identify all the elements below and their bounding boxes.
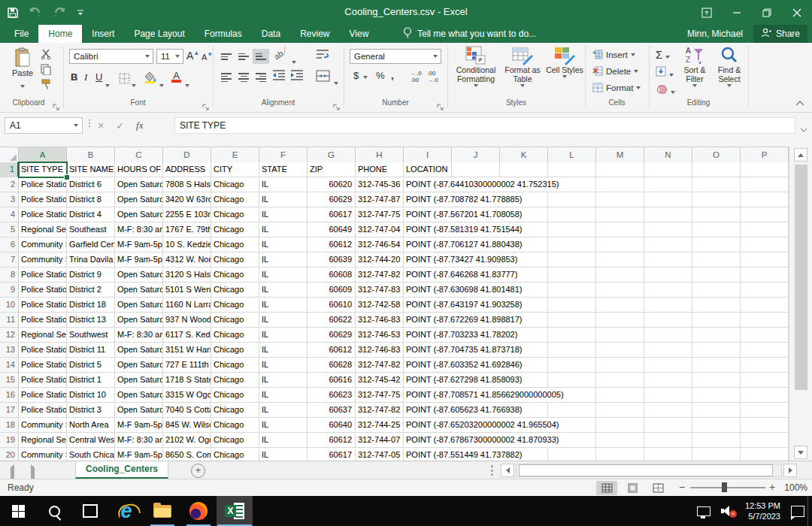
page-layout-view-button[interactable] [622, 481, 643, 495]
cell-H17[interactable]: 312-747-82 [356, 403, 404, 417]
cell-G16[interactable]: 60623 [308, 388, 356, 402]
new-sheet-button[interactable]: + [191, 464, 205, 478]
cell-G1[interactable]: ZIP [308, 162, 356, 177]
cell-F6[interactable]: IL [259, 237, 308, 252]
cell-L20[interactable] [548, 448, 596, 461]
cell-I17[interactable]: POINT (-87.605623 41.766938) [404, 403, 452, 417]
cell-G17[interactable]: 60637 [308, 403, 356, 417]
cell-C4[interactable]: Open Saturday and Sunday [115, 207, 163, 222]
cell-E10[interactable]: Chicago [211, 298, 259, 312]
cell-F12[interactable]: IL [259, 328, 308, 342]
start-button[interactable] [0, 496, 36, 526]
column-header-I[interactable]: I [404, 147, 452, 163]
grow-font-button[interactable]: A▲ [186, 50, 199, 62]
task-view-button[interactable] [72, 496, 108, 526]
cell-N15[interactable] [644, 373, 692, 387]
show-desktop-button[interactable] [807, 496, 812, 526]
cell-C20[interactable]: M-F 9am-5pm [115, 448, 163, 461]
autosum-button[interactable]: Σ [656, 48, 670, 61]
row-header-9[interactable]: 9 [0, 283, 19, 297]
cell-G9[interactable]: 60609 [308, 283, 356, 297]
cell-O16[interactable] [692, 388, 741, 402]
tab-page-layout[interactable]: Page Layout [124, 25, 194, 43]
vertical-scrollbar[interactable] [789, 147, 812, 461]
cell-M6[interactable] [596, 237, 644, 252]
cell-C12[interactable]: M-F: 8:30 am-4:30 pm [115, 328, 163, 342]
cell-O20[interactable] [692, 448, 741, 461]
tab-file[interactable]: File [5, 25, 38, 43]
cell-P2[interactable] [741, 177, 789, 192]
cell-P17[interactable] [741, 403, 789, 417]
row-header-11[interactable]: 11 [0, 313, 19, 327]
cell-P1[interactable] [741, 162, 789, 177]
cell-H3[interactable]: 312-747-87 [356, 192, 404, 207]
cell-H12[interactable]: 312-746-53 [356, 328, 404, 342]
cell-M12[interactable] [596, 328, 644, 342]
cell-F17[interactable]: IL [259, 403, 308, 417]
cell-A17[interactable]: Police Station [19, 403, 67, 417]
cell-I20[interactable]: POINT (-87.551449 41.737882) [404, 448, 452, 461]
cell-A20[interactable]: Community Service Center [19, 448, 67, 461]
cell-O11[interactable] [692, 313, 741, 327]
column-header-B[interactable]: B [67, 147, 115, 163]
cell-styles-button[interactable]: Cell Styles [545, 46, 584, 78]
cell-E2[interactable]: Chicago [211, 177, 259, 192]
row-header-5[interactable]: 5 [0, 222, 19, 237]
namebox-splitter[interactable] [89, 119, 90, 127]
cell-N4[interactable] [644, 207, 692, 222]
cell-B1[interactable]: SITE NAME [67, 162, 115, 177]
cell-G15[interactable]: 60616 [308, 373, 356, 387]
cell-I4[interactable]: POINT (-87.567201 41.708058) [404, 207, 452, 222]
cell-N11[interactable] [644, 313, 692, 327]
cell-N18[interactable] [644, 418, 692, 432]
cell-C19[interactable]: M-F: 8:30 am-4:30 pm [115, 433, 163, 447]
column-header-H[interactable]: H [356, 147, 404, 163]
cell-G20[interactable]: 60617 [308, 448, 356, 461]
cell-P8[interactable] [741, 268, 789, 282]
cell-M20[interactable] [596, 448, 644, 461]
cell-H1[interactable]: PHONE [356, 162, 404, 177]
cell-I11[interactable]: POINT (-87.672269 41.898817) [404, 313, 452, 327]
cell-L4[interactable] [548, 207, 596, 222]
format-as-table-button[interactable]: Format as Table [501, 46, 544, 87]
cell-M9[interactable] [596, 283, 644, 297]
cell-C7[interactable]: M-F 9am-5pm [115, 252, 163, 267]
cell-H9[interactable]: 312-747-83 [356, 283, 404, 297]
cell-A2[interactable]: Police Station [19, 177, 67, 192]
cell-N2[interactable] [644, 177, 692, 192]
cell-H20[interactable]: 312-747-05 [356, 448, 404, 461]
cell-H11[interactable]: 312-746-83 [356, 313, 404, 327]
merge-caret[interactable] [334, 74, 338, 88]
tab-home[interactable]: Home [38, 25, 82, 43]
cell-A1[interactable]: SITE TYPE [19, 162, 67, 177]
cell-C5[interactable]: M-F: 8:30 am-4:30 pm [115, 222, 163, 237]
tab-review[interactable]: Review [290, 25, 339, 43]
cell-A3[interactable]: Police Station [19, 192, 67, 207]
cell-B10[interactable]: District 18 [67, 298, 115, 312]
close-button[interactable] [782, 0, 812, 25]
cell-E5[interactable]: Chicago [211, 222, 259, 237]
conditional-formatting-button[interactable]: ≠ Conditional Formatting [452, 46, 500, 87]
cell-B15[interactable]: District 1 [67, 373, 115, 387]
formula-bar-expand-icon[interactable] [800, 122, 807, 135]
cell-D13[interactable]: 3151 W Harrison [163, 343, 211, 357]
cell-E14[interactable]: Chicago [211, 358, 259, 372]
cell-B19[interactable]: Central West [67, 433, 115, 447]
internet-explorer-button[interactable]: e [108, 496, 144, 526]
cell-A14[interactable]: Police Station [19, 358, 67, 372]
collapse-ribbon-icon[interactable] [795, 95, 804, 109]
fill-color-button[interactable] [144, 71, 157, 86]
cell-F15[interactable]: IL [259, 373, 308, 387]
cell-M3[interactable] [596, 192, 644, 207]
cell-G13[interactable]: 60612 [308, 343, 356, 357]
cell-I2[interactable]: POINT (-87.64410300000002 41.752315) [404, 177, 452, 192]
cell-D11[interactable]: 937 N Wood [163, 313, 211, 327]
cell-I7[interactable]: POINT (-87.73427 41.909853) [404, 252, 452, 267]
cell-F14[interactable]: IL [259, 358, 308, 372]
minimize-button[interactable] [722, 0, 752, 25]
fill-handle[interactable] [64, 174, 70, 180]
cell-D8[interactable]: 3120 S Halsted [163, 268, 211, 282]
cell-C3[interactable]: Open Saturday and Sunday [115, 192, 163, 207]
row-header-10[interactable]: 10 [0, 298, 19, 312]
row-header-18[interactable]: 18 [0, 418, 19, 432]
